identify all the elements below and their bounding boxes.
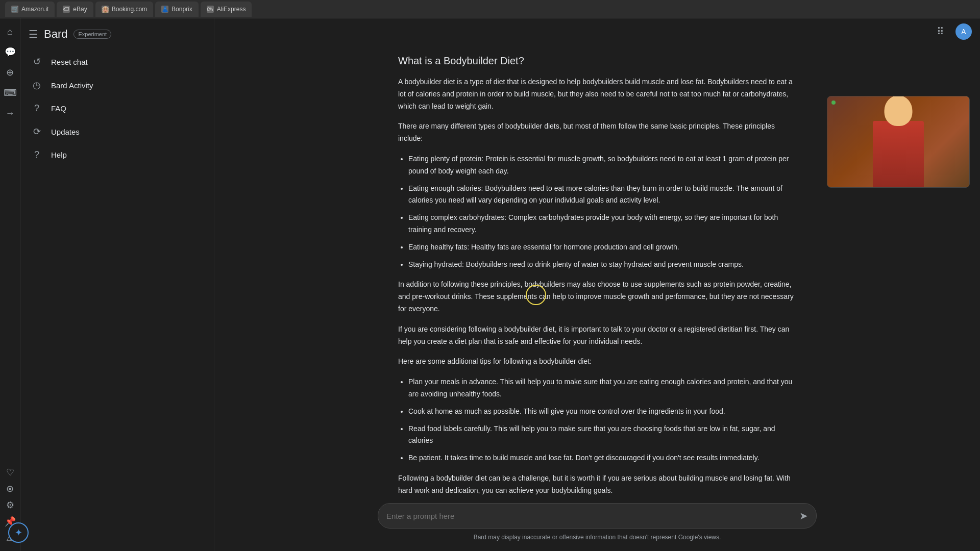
heart-icon[interactable]: ♡: [2, 464, 18, 481]
bard-activity-label: Bard Activity: [51, 81, 93, 90]
prompt-area: ➤ Bard may display inaccurate or offensi…: [214, 495, 980, 551]
content-list-1: Eating plenty of protein: Protein is ess…: [408, 153, 796, 270]
video-content: [827, 96, 969, 187]
main-content: ⠿ A What is a Bodybuilder Diet? A bodybu…: [214, 18, 980, 551]
list-item: Eating healthy fats: Healthy fats are es…: [408, 241, 796, 254]
browser-bar: 🛒 Amazon.it 🏷 eBay 🏨 Booking.com 👗 Bonpr…: [0, 0, 980, 18]
list-item: Read food labels carefully. This will he…: [408, 423, 796, 447]
aliexpress-favicon: 🛍: [207, 6, 214, 13]
content-title: What is a Bodybuilder Diet?: [398, 55, 796, 67]
reset-chat-icon: ↺: [31, 56, 43, 67]
sidebar-item-help[interactable]: ? Help: [20, 143, 208, 166]
bard-logo: Bard: [44, 28, 67, 41]
bard-activity-icon: ◷: [31, 80, 43, 91]
bonprix-favicon: 👗: [161, 6, 168, 13]
tab-booking-label: Booking.com: [112, 6, 147, 13]
apps-icon[interactable]: ⠿: [931, 22, 949, 41]
code-icon[interactable]: ⌨: [2, 85, 18, 101]
updates-label: Updates: [51, 128, 80, 136]
booking-favicon: 🏨: [102, 6, 109, 13]
top-bar: ⠿ A: [214, 18, 980, 45]
tab-bonprix-label: Bonprix: [172, 6, 192, 13]
ebay-favicon: 🏷: [63, 6, 70, 13]
browser-tabs: 🛒 Amazon.it 🏷 eBay 🏨 Booking.com 👗 Bonpr…: [5, 2, 252, 17]
list-item: Eating enough calories: Bodybuilders nee…: [408, 183, 796, 207]
list-item: Plan your meals in advance. This will he…: [408, 376, 796, 400]
experiment-badge: Experiment: [74, 30, 111, 39]
arrow-icon[interactable]: →: [2, 105, 18, 121]
help-label: Help: [51, 151, 67, 159]
user-avatar[interactable]: A: [955, 23, 972, 40]
tab-booking[interactable]: 🏨 Booking.com: [95, 2, 153, 17]
disclaimer-text: Bard may display inaccurate or offensive…: [378, 534, 817, 543]
sidebar-header: ☰ Bard Experiment: [20, 23, 214, 45]
hamburger-icon[interactable]: ☰: [29, 28, 38, 40]
prompt-container: ➤ Bard may display inaccurate or offensi…: [378, 503, 817, 543]
updates-icon: ⟳: [31, 126, 43, 137]
faq-icon: ?: [31, 103, 43, 114]
tab-amazon-label: Amazon.it: [21, 6, 48, 13]
list-item: Eating complex carbohydrates: Complex ca…: [408, 212, 796, 236]
help-icon: ?: [31, 149, 43, 160]
content-paragraph-3: In addition to following these principle…: [398, 279, 796, 315]
reset-chat-label: Reset chat: [51, 58, 88, 66]
list-item: Eating plenty of protein: Protein is ess…: [408, 153, 796, 178]
tab-amazon[interactable]: 🛒 Amazon.it: [5, 2, 55, 17]
content-paragraph-2: There are many different types of bodybu…: [398, 120, 796, 145]
tab-bonprix[interactable]: 👗 Bonprix: [155, 2, 199, 17]
tab-aliexpress-label: AliExpress: [217, 6, 246, 13]
sidebar-item-updates[interactable]: ⟳ Updates: [20, 120, 208, 143]
prompt-input[interactable]: [386, 512, 793, 520]
chat-icon[interactable]: 💬: [2, 44, 18, 60]
history-icon[interactable]: ⊗: [2, 481, 18, 497]
settings-icon[interactable]: ⚙: [2, 497, 18, 513]
faq-label: FAQ: [51, 104, 66, 113]
send-button[interactable]: ➤: [799, 510, 808, 522]
amazon-favicon: 🛒: [11, 6, 18, 13]
content-paragraph-1: A bodybuilder diet is a type of diet tha…: [398, 76, 796, 112]
content-paragraph-5: Here are some additional tips for follow…: [398, 356, 796, 368]
sidebar-item-bard-activity[interactable]: ◷ Bard Activity: [20, 73, 208, 97]
sparkle-button[interactable]: ✦: [8, 522, 29, 543]
sidebar-item-faq[interactable]: ? FAQ: [20, 97, 208, 120]
app-container: ⌂ 💬 ⊕ ⌨ → ♡ ⊗ ⚙ 📌 ⚠ ☰ Bard Experiment ↺ …: [0, 18, 980, 551]
home-icon[interactable]: ⌂: [2, 23, 18, 40]
discover-icon[interactable]: ⊕: [2, 64, 18, 81]
sidebar-item-reset-chat[interactable]: ↺ Reset chat: [20, 50, 208, 73]
chat-content: What is a Bodybuilder Diet? A bodybuilde…: [378, 55, 817, 495]
chat-area[interactable]: What is a Bodybuilder Diet? A bodybuilde…: [214, 45, 980, 495]
tab-aliexpress[interactable]: 🛍 AliExpress: [201, 2, 252, 17]
list-item: Be patient. It takes time to build muscl…: [408, 452, 796, 464]
video-live-dot: [831, 101, 836, 105]
sidebar-nav: ↺ Reset chat ◷ Bard Activity ? FAQ ⟳ Upd…: [20, 50, 214, 166]
tab-ebay[interactable]: 🏷 eBay: [57, 2, 93, 17]
content-paragraph-4: If you are considering following a bodyb…: [398, 323, 796, 348]
sidebar: ☰ Bard Experiment ↺ Reset chat ◷ Bard Ac…: [20, 18, 214, 551]
list-item: Cook at home as much as possible. This w…: [408, 406, 796, 418]
list-item: Staying hydrated: Bodybuilders need to d…: [408, 259, 796, 271]
video-overlay: [827, 96, 970, 188]
prompt-input-wrapper: ➤: [378, 503, 817, 529]
tab-ebay-label: eBay: [73, 6, 87, 13]
icon-rail: ⌂ 💬 ⊕ ⌨ → ♡ ⊗ ⚙ 📌 ⚠: [0, 18, 20, 551]
content-paragraph-6: Following a bodybuilder diet can be a ch…: [398, 472, 796, 495]
content-list-2: Plan your meals in advance. This will he…: [408, 376, 796, 464]
